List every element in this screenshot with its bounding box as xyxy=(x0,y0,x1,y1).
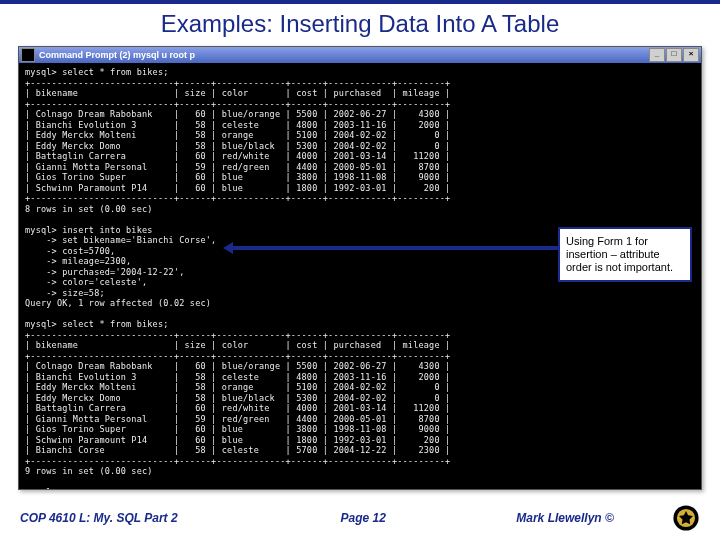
minimize-button[interactable]: _ xyxy=(649,48,665,62)
close-button[interactable]: × xyxy=(683,48,699,62)
window-controls: _ □ × xyxy=(649,48,699,62)
annotation-arrow xyxy=(230,246,560,250)
slide: Examples: Inserting Data Into A Table Co… xyxy=(0,0,720,540)
slide-title: Examples: Inserting Data Into A Table xyxy=(0,10,720,38)
window-titlebar: Command Prompt (2) mysql u root p _ □ × xyxy=(19,47,701,63)
slide-footer: COP 4610 L: My. SQL Part 2 Page 12 Mark … xyxy=(0,504,720,532)
footer-course: COP 4610 L: My. SQL Part 2 xyxy=(20,511,262,525)
maximize-button[interactable]: □ xyxy=(666,48,682,62)
footer-author: Mark Llewellyn © xyxy=(464,511,666,525)
annotation-box: Using Form 1 for insertion – attribute o… xyxy=(558,227,692,282)
footer-page: Page 12 xyxy=(262,511,464,525)
window-title-text: Command Prompt (2) mysql u root p xyxy=(39,50,649,60)
ucf-logo-icon xyxy=(672,504,700,532)
cmd-icon xyxy=(21,48,35,62)
